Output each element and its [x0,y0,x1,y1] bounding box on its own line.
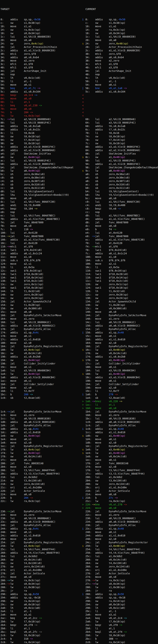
address: 284: [0,582,7,586]
branch-target-arrow-icon [92,21,95,25]
right-instruction-cell: 198:movea2,s0 [85,386,158,390]
address: 29c: [85,610,92,613]
mnemonic: lui [10,417,24,420]
mnemonic: move [95,458,109,462]
mnemonic: move [95,59,109,62]
branch-target-arrow-icon [92,613,95,616]
address: 234: [0,513,7,517]
branch-target-arrow-icon [7,152,10,156]
address: bc: [85,197,92,200]
left-instruction-cell: 78:lwra,0x3c(sp) [0,114,80,118]
mnemonic: lui [10,190,24,193]
mnemonic: jal [10,410,24,414]
address: 1c4: [85,424,92,427]
operands: at,1 [24,627,30,630]
mnemonic: move [10,59,24,62]
diff-row: 17c:addiua1,s1,0x810160:addiua1,s1,0x810 [0,338,158,341]
left-instruction-cell: 1dc:addiua1,s1,0x810 [0,431,80,434]
left-instruction-cell: 60:beqzv0,1c4 ~> [0,94,80,97]
branch-target-arrow-icon [92,517,95,520]
mnemonic: lwc1 [95,248,109,252]
mnemonic: move [10,575,24,579]
left-instruction-cell: 94:swt7,0x14(sp) [0,138,80,142]
diff-row: 1a0:luia3,%hi(D_80A88CB4)184:luia3,%hi(D… [0,369,158,372]
branch-target-arrow-icon [7,489,10,493]
address: 258: [85,551,92,554]
branch-target-arrow-icon [92,572,95,575]
address: 210: [0,476,7,479]
address: 194: [85,382,92,386]
address: 74: [0,111,7,114]
operands: a1,a1,%lo(func_80A87C30) [109,238,145,242]
address: 1a0: [0,369,7,372]
address: b4: [0,166,7,169]
right-instruction-cell: 194:jalCollider_SetCylinder [85,382,158,386]
right-instruction-cell: 1d8:movea2,s0 [85,441,158,444]
address: 140: [85,310,92,314]
mnemonic: ori [10,486,24,489]
mnemonic: lw [10,448,24,451]
address: 1e0: [0,434,7,438]
right-instruction-cell: 5c:addiua1,s0,0x164 [85,90,158,94]
address: 2ac: [85,623,92,627]
left-instruction-cell: 70:movea0,s0 [0,107,80,111]
branch-target-arrow-icon [92,620,95,623]
mnemonic: move [10,107,24,111]
operands: at,-1 [24,610,31,613]
address: 258: [0,544,7,548]
branch-target-arrow-icon [7,90,10,94]
operands: a1,s0,0x164 [109,90,125,94]
left-instruction-cell: cc:sbzero,0x311(s0) [0,186,80,190]
branch-target-arrow-icon [92,76,95,80]
mnemonic: mtc1 [95,52,109,56]
address: 48: [85,73,92,76]
operands: a2,s0 [24,537,31,541]
operands: a1,a1,0x2d0e [24,568,42,572]
operands: t4,%hi(func_80A87F44) [109,548,140,551]
operands: a1,zero [109,513,119,517]
address: 1e8: [85,455,92,458]
mnemonic: jal [10,314,24,317]
branch-target-arrow-icon [7,296,10,300]
address: 1f0: [85,462,92,465]
diff-row: f0:addiua1,a1,%lo(func_80A87BEC)d4:addiu… [0,217,158,221]
operands: zero,0x310(s0) [109,183,130,186]
branch-target-arrow-icon [7,517,10,520]
address: 40: [85,66,92,69]
right-instruction-cell: 138:swt1,0x20(sp) [85,303,158,307]
mnemonic: li [10,627,24,630]
address: 50: [85,80,92,83]
right-instruction-cell: 140:movea0,s0 [85,310,158,314]
right-instruction-cell: d8:jalfunc_80A87800 [85,221,158,224]
left-instruction-cell: 20:moves0,a0 [0,38,80,42]
address: f8: [85,248,92,252]
operands: t3,t3,%lo(func_80A87F44) [109,472,145,476]
address: 278: [85,579,92,582]
diff-row: e8:nopcc:nop [0,210,158,214]
branch-target-arrow-icon [7,572,10,575]
left-instruction-cell: 1cc:luia0,%hi(D_06001830) [0,417,80,420]
diff-row: 218:swzero,0x134(s0)208:swzero,0x134(s0) [0,482,158,486]
diff-row: 140:swc1$f16,0x18(sp)124:swc1$f16,0x18(s… [0,286,158,290]
right-instruction-cell: 1c8:addiua1,sp,0x48 [85,427,158,431]
diff-row: 1b8:lit2,0xff19c:lit2,0xff [0,389,158,393]
mnemonic: lui [95,35,109,38]
mnemonic: jal [10,300,24,303]
right-instruction-cell: 2a8:lwt7,0x18(sp) [85,620,158,623]
right-instruction-cell: 1a8:~>bnezv0,220 ~> [85,400,158,403]
mnemonic: nop [10,210,24,214]
branch-target-arrow-icon [7,80,10,83]
branch-target-arrow-icon [7,121,10,124]
diff-row: 1c4:~>jalDynaPolyInfo_SetActorMove1b4:ja… [0,410,158,414]
right-instruction-cell: 278:~>lwra,0x3c(sp) [85,579,158,582]
mnemonic: sw [10,135,24,138]
address: 38: [0,59,7,62]
left-instruction-cell: 1c8:movea1,zero [0,414,80,417]
operands: a1,%hi(D_80A88CE0) [24,35,51,38]
branch-target-arrow-icon [7,486,10,489]
right-instruction-cell: 4c:lhv0,0x1c(s0) [85,76,158,80]
mnemonic: lui [10,468,24,472]
operands: a1,a1,%lo(D_80A88CE0) [109,49,140,52]
right-instruction-cell: 250:lwa3,0x48(sp) [85,544,158,548]
branch-target-arrow-icon: ~> [7,118,10,121]
